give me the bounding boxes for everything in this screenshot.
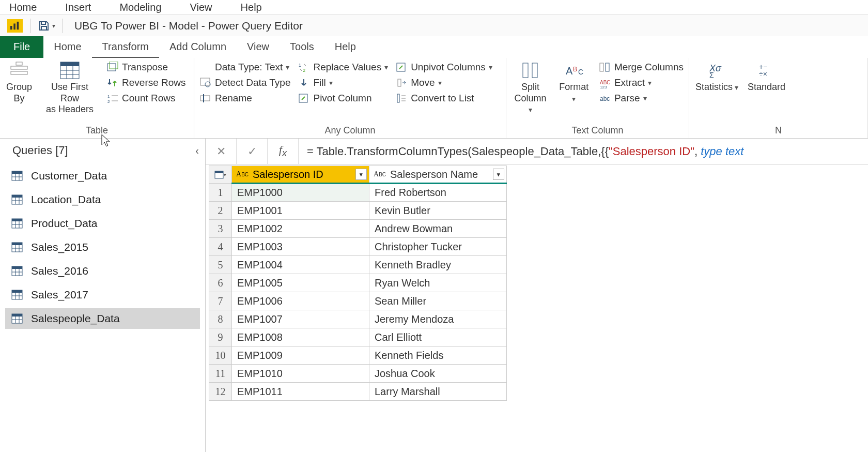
- cell[interactable]: EMP1009: [232, 346, 369, 365]
- cell[interactable]: Sean Miller: [369, 292, 507, 310]
- table-row[interactable]: 5 EMP1004 Kenneth Bradley: [209, 256, 507, 274]
- cell[interactable]: Kenneth Fields: [369, 346, 507, 365]
- cell[interactable]: EMP1007: [232, 310, 369, 328]
- split-column-button[interactable]: Split Column: [509, 60, 551, 116]
- row-number[interactable]: 8: [209, 310, 232, 328]
- detect-data-type-button[interactable]: Detect Data Type: [197, 76, 292, 90]
- query-item[interactable]: Customer_Data: [5, 165, 200, 186]
- table-row[interactable]: 4 EMP1003 Christopher Tucker: [209, 238, 507, 256]
- query-item[interactable]: Sales_2016: [5, 261, 200, 281]
- cell[interactable]: EMP1000: [232, 184, 369, 202]
- tab-transform[interactable]: Transform: [92, 36, 159, 58]
- count-rows-button[interactable]: 12 Count Rows: [104, 91, 188, 106]
- row-number[interactable]: 7: [209, 292, 232, 310]
- table-row[interactable]: 9 EMP1008 Carl Elliott: [209, 328, 507, 346]
- row-number[interactable]: 4: [209, 238, 232, 256]
- unpivot-columns-button[interactable]: Unpivot Columns: [393, 60, 494, 74]
- table-row[interactable]: 6 EMP1005 Ryan Welch: [209, 274, 507, 292]
- parse-button[interactable]: abc Parse: [597, 91, 686, 106]
- cell[interactable]: EMP1005: [232, 274, 369, 292]
- cell[interactable]: EMP1003: [232, 238, 369, 256]
- outer-menu-modeling[interactable]: Modeling: [119, 2, 161, 13]
- row-number[interactable]: 12: [209, 383, 232, 401]
- query-item[interactable]: Salespeople_Data: [5, 308, 200, 329]
- formula-text[interactable]: = Table.TransformColumnTypes(Salespeople…: [299, 145, 868, 158]
- extract-button[interactable]: ABC123 Extract: [597, 76, 686, 90]
- cell[interactable]: Larry Marshall: [369, 383, 507, 401]
- reverse-rows-button[interactable]: Reverse Rows: [104, 76, 188, 90]
- row-number[interactable]: 11: [209, 365, 232, 383]
- cell[interactable]: EMP1004: [232, 256, 369, 274]
- cell[interactable]: Jeremy Mendoza: [369, 310, 507, 328]
- table-row[interactable]: 12 EMP1011 Larry Marshall: [209, 383, 507, 401]
- table-row[interactable]: 11 EMP1010 Joshua Cook: [209, 365, 507, 383]
- statistics-button[interactable]: XσΣ Statistics: [692, 60, 741, 94]
- replace-values-button[interactable]: 12 Replace Values: [296, 60, 390, 74]
- move-button[interactable]: Move: [393, 76, 494, 90]
- query-item[interactable]: Sales_2017: [5, 284, 200, 305]
- table-row[interactable]: 3 EMP1002 Andrew Bowman: [209, 220, 507, 238]
- row-number[interactable]: 3: [209, 220, 232, 238]
- save-icon[interactable]: [38, 20, 50, 32]
- table-row[interactable]: 1 EMP1000 Fred Robertson: [209, 184, 507, 202]
- cell[interactable]: Kenneth Bradley: [369, 256, 507, 274]
- tab-view[interactable]: View: [237, 36, 280, 58]
- format-button[interactable]: ABC Format: [554, 60, 594, 105]
- row-number[interactable]: 6: [209, 274, 232, 292]
- first-row-headers-button[interactable]: Use First Row as Headers: [38, 60, 101, 116]
- outer-menu-view[interactable]: View: [190, 2, 212, 13]
- column-filter-dropdown[interactable]: ▾: [355, 169, 367, 180]
- table-row[interactable]: 10 EMP1009 Kenneth Fields: [209, 346, 507, 365]
- cell[interactable]: EMP1010: [232, 365, 369, 383]
- row-number[interactable]: 2: [209, 202, 232, 220]
- cell[interactable]: EMP1006: [232, 292, 369, 310]
- merge-columns-button[interactable]: Merge Columns: [597, 60, 686, 74]
- formula-confirm-button[interactable]: ✓: [237, 139, 268, 164]
- query-item[interactable]: Product_Data: [5, 213, 200, 234]
- standard-button[interactable]: +−÷× Standard: [745, 60, 788, 94]
- tab-add-column[interactable]: Add Column: [159, 36, 237, 58]
- row-number[interactable]: 10: [209, 346, 232, 365]
- column-header-salesperson-id[interactable]: ABC Salesperson ID ▾: [232, 166, 369, 184]
- query-item[interactable]: Location_Data: [5, 189, 200, 210]
- cell[interactable]: Andrew Bowman: [369, 220, 507, 238]
- row-number[interactable]: 5: [209, 256, 232, 274]
- row-number[interactable]: 9: [209, 328, 232, 346]
- cell[interactable]: Ryan Welch: [369, 274, 507, 292]
- cell[interactable]: Christopher Tucker: [369, 238, 507, 256]
- fill-button[interactable]: Fill: [296, 76, 390, 90]
- column-filter-dropdown[interactable]: ▾: [493, 169, 504, 180]
- table-row[interactable]: 8 EMP1007 Jeremy Mendoza: [209, 310, 507, 328]
- cell[interactable]: Kevin Butler: [369, 202, 507, 220]
- table-header-icon: [59, 61, 80, 80]
- quick-access-dropdown[interactable]: ▾: [52, 22, 55, 29]
- group-by-button[interactable]: Group By: [3, 60, 35, 105]
- outer-menu-help[interactable]: Help: [241, 2, 262, 13]
- collapse-queries-button[interactable]: ‹: [195, 145, 199, 157]
- cell[interactable]: EMP1002: [232, 220, 369, 238]
- cell[interactable]: EMP1011: [232, 383, 369, 401]
- row-number[interactable]: 1: [209, 184, 232, 202]
- cell[interactable]: EMP1001: [232, 202, 369, 220]
- rename-button[interactable]: Rename: [197, 91, 292, 106]
- pivot-column-button[interactable]: Pivot Column: [296, 91, 390, 106]
- tab-tools[interactable]: Tools: [280, 36, 324, 58]
- cell[interactable]: EMP1008: [232, 328, 369, 346]
- data-type-button[interactable]: Data Type: Text: [197, 60, 292, 74]
- tab-file[interactable]: File: [0, 36, 43, 58]
- cell[interactable]: Joshua Cook: [369, 365, 507, 383]
- tab-home[interactable]: Home: [43, 36, 91, 58]
- column-header-salesperson-name[interactable]: ABC Salesperson Name ▾: [369, 166, 507, 184]
- table-row[interactable]: 7 EMP1006 Sean Miller: [209, 292, 507, 310]
- tab-help[interactable]: Help: [324, 36, 366, 58]
- transpose-button[interactable]: Transpose: [104, 60, 188, 74]
- formula-cancel-button[interactable]: ✕: [206, 139, 237, 164]
- table-row[interactable]: 2 EMP1001 Kevin Butler: [209, 202, 507, 220]
- outer-menu-insert[interactable]: Insert: [65, 2, 91, 13]
- cell[interactable]: Fred Robertson: [369, 184, 507, 202]
- grid-corner-menu[interactable]: ▾: [209, 166, 232, 184]
- convert-to-list-button[interactable]: Convert to List: [393, 91, 494, 106]
- query-item[interactable]: Sales_2015: [5, 237, 200, 258]
- cell[interactable]: Carl Elliott: [369, 328, 507, 346]
- outer-menu-home[interactable]: Home: [9, 2, 37, 13]
